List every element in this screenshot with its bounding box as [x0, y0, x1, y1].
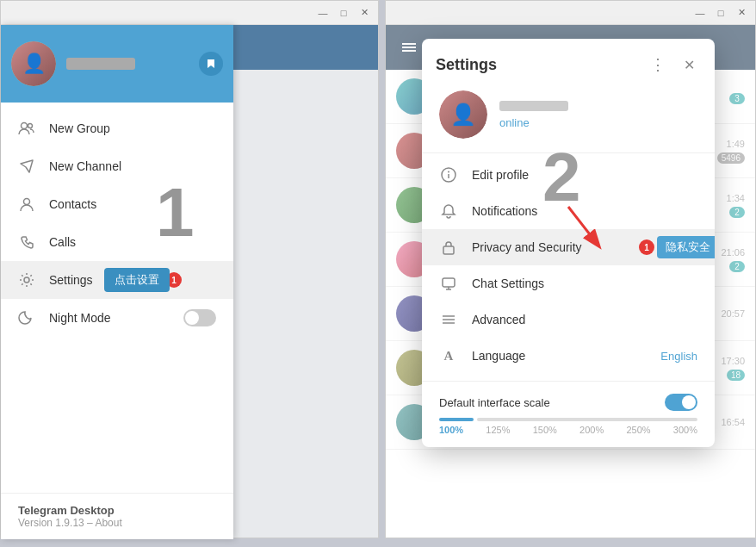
svg-point-1 [28, 124, 33, 128]
app-name: Telegram Desktop [18, 504, 216, 517]
privacy-tooltip: 隐私安全 [657, 236, 715, 258]
sidebar-item-label-calls: Calls [49, 235, 76, 249]
settings-scale-section: Default interface scale 100% 125% 150% 2… [422, 385, 715, 447]
sidebar-footer: Telegram Desktop Version 1.9.13 – About [1, 493, 233, 538]
sidebar-item-new-group[interactable]: New Group [1, 109, 233, 147]
advanced-icon [439, 310, 458, 329]
new-channel-icon [18, 158, 35, 175]
sidebar-user-avatar: 👤 [11, 41, 56, 86]
settings-item-chat-settings[interactable]: Chat Settings [422, 265, 715, 301]
chat-settings-icon [439, 274, 458, 293]
settings-icon [18, 271, 35, 289]
svg-rect-11 [443, 278, 455, 287]
maximize-btn-left[interactable]: □ [337, 6, 350, 20]
settings-item-advanced[interactable]: Advanced [422, 301, 715, 338]
settings-item-edit-profile[interactable]: Edit profile [422, 157, 715, 193]
settings-divider [422, 381, 715, 382]
maximize-btn-right[interactable]: □ [714, 6, 728, 20]
sidebar-username [66, 58, 135, 70]
minimize-btn-right[interactable]: — [693, 6, 707, 20]
settings-label-advanced: Advanced [472, 313, 697, 326]
telegram-window-left: — □ ✕ 👤 [0, 0, 379, 538]
sidebar-bookmark-btn[interactable] [199, 52, 223, 76]
language-icon: A [439, 346, 458, 365]
settings-label-notifications: Notifications [472, 204, 697, 218]
sidebar-item-contacts[interactable]: Contacts [1, 185, 233, 223]
privacy-icon [439, 238, 458, 257]
scale-opt-250[interactable]: 250% [626, 425, 650, 435]
settings-user-info: online [499, 101, 568, 129]
calls-icon [18, 233, 35, 251]
settings-value-language: English [660, 350, 697, 363]
sidebar-item-label-settings: Settings [49, 273, 93, 287]
settings-dialog: Settings ⋮ ✕ 👤 online Edit profile Notif… [422, 39, 715, 447]
settings-label-edit-profile: Edit profile [472, 168, 697, 182]
sidebar-user-info [66, 58, 135, 70]
settings-item-privacy-security[interactable]: Privacy and Security 1 隐私安全 [422, 229, 715, 265]
svg-point-2 [24, 199, 30, 205]
sidebar-item-new-channel[interactable]: New Channel [1, 147, 233, 185]
new-group-icon [18, 120, 35, 137]
scale-opt-100[interactable]: 100% [439, 425, 463, 435]
sidebar-item-label-new-channel: New Channel [49, 159, 121, 173]
scale-label: Default interface scale [439, 394, 697, 411]
settings-avatar: 👤 [439, 90, 487, 139]
app-body-left: 👤 New Group [1, 25, 378, 538]
settings-profile-name [499, 101, 568, 111]
svg-point-0 [22, 123, 28, 129]
scale-options: 100% 125% 150% 200% 250% 300% [439, 425, 697, 435]
scale-bar-inactive [477, 418, 697, 421]
app-version: Version 1.9.13 – About [18, 517, 216, 529]
info-icon [439, 165, 458, 184]
sidebar: 👤 New Group [1, 25, 233, 538]
settings-titlebar: Settings ⋮ ✕ [422, 39, 715, 84]
sidebar-item-settings[interactable]: Settings 1 点击设置 [1, 261, 233, 299]
scale-bar-active [439, 418, 474, 421]
sidebar-item-calls[interactable]: Calls [1, 223, 233, 261]
title-bar-right: — □ ✕ [386, 1, 755, 25]
svg-point-9 [448, 171, 449, 173]
scale-bar-container [439, 418, 697, 421]
settings-close-btn[interactable]: ✕ [677, 53, 701, 77]
settings-profile: 👤 online [422, 84, 715, 153]
scale-opt-150[interactable]: 150% [533, 425, 557, 435]
sidebar-item-night-mode: Night Mode [1, 299, 233, 337]
scale-opt-200[interactable]: 200% [579, 425, 604, 435]
settings-more-btn[interactable]: ⋮ [646, 53, 670, 77]
minimize-btn-left[interactable]: — [316, 6, 330, 20]
close-btn-left[interactable]: ✕ [357, 6, 371, 20]
sidebar-menu: New Group New Channel Contacts [1, 103, 233, 493]
sidebar-item-label-new-group: New Group [49, 121, 110, 135]
scale-opt-300[interactable]: 300% [673, 425, 697, 435]
close-btn-right[interactable]: ✕ [734, 6, 748, 20]
contacts-icon [18, 196, 35, 213]
settings-menu: Edit profile Notifications Privacy and S… [422, 153, 715, 377]
settings-label-chat-settings: Chat Settings [472, 277, 697, 290]
privacy-red-badge: 1 [639, 239, 654, 255]
settings-item-notifications[interactable]: Notifications [422, 193, 715, 229]
settings-label-language: Language [472, 349, 647, 363]
scale-opt-125[interactable]: 125% [486, 425, 510, 435]
settings-item-language[interactable]: A Language English [422, 338, 715, 374]
notifications-icon [439, 202, 458, 221]
night-mode-icon [18, 309, 35, 326]
title-bar-left: — □ ✕ [1, 1, 378, 25]
scale-toggle[interactable] [665, 394, 697, 411]
svg-point-3 [24, 277, 29, 283]
sidebar-item-label-contacts: Contacts [49, 197, 96, 211]
night-mode-toggle[interactable] [183, 309, 216, 326]
sidebar-header: 👤 [1, 25, 233, 103]
settings-tooltip: 点击设置 [104, 268, 170, 292]
settings-online-status: online [499, 116, 568, 129]
scale-label-text: Default interface scale [439, 396, 550, 409]
settings-title: Settings [436, 56, 639, 74]
night-mode-label: Night Mode [49, 311, 170, 325]
svg-rect-10 [443, 246, 454, 254]
